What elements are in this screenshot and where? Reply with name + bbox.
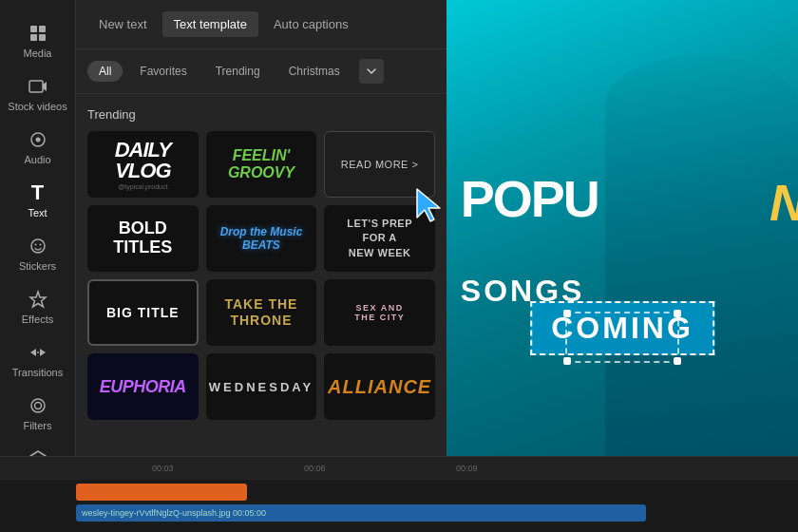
template-drop-beats[interactable]: Drop the MusicBEATS	[206, 205, 317, 272]
tab-auto-captions[interactable]: Auto captions	[262, 11, 360, 37]
timeline-clip-main[interactable]	[76, 484, 247, 501]
templates-content: Trending DAILY VLOG @typical.product FEE…	[76, 94, 446, 456]
sidebar-item-media[interactable]: Media	[0, 13, 75, 66]
svg-marker-10	[30, 292, 46, 307]
svg-point-12	[31, 399, 45, 412]
person-silhouette	[605, 55, 799, 456]
timeline-clip-image[interactable]: wesley-tingey-rVvtlfNglzQ-unsplash.jpg 0…	[76, 504, 646, 522]
drop-beats-text: Drop the MusicBEATS	[220, 225, 303, 253]
svg-point-6	[35, 138, 40, 142]
audio-icon	[28, 129, 48, 150]
svg-point-7	[31, 239, 45, 253]
feelin-groovy-text: FEELIN'GROOVY	[228, 147, 294, 180]
big-title-text: BIG TITLE	[106, 305, 180, 320]
svg-rect-1	[39, 26, 46, 32]
sidebar-label-transitions: Transitions	[12, 367, 63, 378]
sidebar-label-audio: Audio	[24, 154, 50, 165]
template-take-throne[interactable]: TAKE THETHRONE	[206, 279, 317, 346]
sidebar-label-media: Media	[24, 48, 52, 59]
media-icon	[28, 23, 48, 44]
svg-rect-4	[29, 81, 43, 92]
template-big-title[interactable]: BIG TITLE	[87, 279, 199, 346]
timeline-marker-2: 00:06	[304, 464, 326, 473]
svg-rect-0	[30, 26, 37, 32]
alliance-text: ALLIANCE	[328, 376, 431, 398]
timeline-marker-3: 00:09	[456, 464, 478, 473]
filter-more-button[interactable]	[359, 59, 384, 84]
sidebar-item-stickers[interactable]: Stickers	[0, 226, 75, 279]
sidebar: Media Stock videos Audio T Text	[0, 0, 76, 532]
daily-vlog-subtext: @typical.product	[118, 183, 167, 190]
preview-text-ni: N	[770, 173, 798, 232]
sidebar-item-transitions[interactable]: Transitions	[0, 332, 75, 386]
text-template-panel: New text Text template Auto captions All…	[76, 0, 446, 456]
template-euphoria[interactable]: EUPHORIA	[87, 353, 199, 420]
svg-rect-3	[39, 34, 46, 41]
sidebar-item-stock-videos[interactable]: Stock videos	[0, 66, 75, 120]
filter-bar: All Favorites Trending Christmas	[76, 49, 446, 94]
coming-box[interactable]: COMING	[530, 301, 714, 355]
template-wednesday[interactable]: WEDNESDAY	[206, 353, 317, 420]
sidebar-item-audio[interactable]: Audio	[0, 120, 75, 173]
preview-background: POPU SONGS N COMING	[446, 0, 798, 456]
bold-titles-text: BOLDTITLES	[113, 219, 172, 257]
effects-icon	[28, 289, 48, 310]
stock-videos-icon	[28, 76, 48, 97]
svg-point-13	[34, 403, 41, 409]
preview-text-popu: POPU	[461, 173, 598, 224]
preview-area: POPU SONGS N COMING	[446, 0, 798, 456]
tab-text-template[interactable]: Text template	[162, 11, 258, 37]
sidebar-item-effects[interactable]: Effects	[0, 279, 75, 332]
filter-all[interactable]: All	[87, 61, 123, 82]
svg-point-8	[34, 244, 36, 246]
filter-favorites[interactable]: Favorites	[128, 61, 198, 82]
tab-bar: New text Text template Auto captions	[76, 0, 446, 49]
daily-vlog-line2: VLOG	[115, 161, 170, 181]
filters-icon	[28, 395, 48, 416]
timeline-marker-1: 00:03	[152, 464, 174, 473]
wednesday-text: WEDNESDAY	[209, 380, 314, 394]
timeline-tracks: wesley-tingey-rVvtlfNglzQ-unsplash.jpg 0…	[0, 480, 798, 532]
template-daily-vlog[interactable]: DAILY VLOG @typical.product	[87, 131, 199, 198]
sidebar-item-text[interactable]: T Text	[0, 173, 75, 226]
coming-text: COMING	[551, 311, 694, 345]
text-icon: T	[28, 182, 48, 203]
svg-rect-2	[30, 34, 37, 41]
template-feelin-groovy[interactable]: FEELIN'GROOVY	[206, 131, 317, 198]
section-trending-title: Trending	[87, 107, 435, 122]
transitions-icon	[28, 342, 48, 363]
timeline: 00:03 00:06 00:09 wesley-tingey-rVvtlfNg…	[0, 456, 798, 532]
euphoria-text: EUPHORIA	[100, 377, 186, 397]
sidebar-label-effects: Effects	[22, 314, 53, 325]
sidebar-label-stock: Stock videos	[8, 101, 66, 112]
read-more-text: READ MORE >	[341, 159, 419, 170]
sidebar-label-text: Text	[28, 207, 47, 218]
sex-city-text: SEX ANDTHE CITY	[354, 303, 405, 322]
templates-grid: DAILY VLOG @typical.product FEELIN'GROOV…	[87, 131, 435, 420]
lets-prep-text: LET'S PREPFOR ANEW WEEK	[347, 217, 412, 260]
stickers-icon	[28, 236, 48, 256]
daily-vlog-line1: DAILY	[115, 140, 171, 161]
timeline-ruler: 00:03 00:06 00:09	[0, 457, 798, 480]
filter-trending[interactable]: Trending	[204, 61, 272, 82]
tab-new-text[interactable]: New text	[87, 11, 159, 37]
filter-christmas[interactable]: Christmas	[277, 61, 352, 82]
sidebar-label-filters: Filters	[24, 420, 52, 431]
svg-point-9	[39, 244, 41, 246]
sidebar-item-filters[interactable]: Filters	[0, 386, 75, 439]
take-throne-text: TAKE THETHRONE	[225, 296, 298, 329]
template-bold-titles[interactable]: BOLDTITLES	[87, 205, 199, 272]
template-alliance[interactable]: ALLIANCE	[324, 353, 435, 420]
template-sex-city[interactable]: SEX ANDTHE CITY	[324, 279, 435, 346]
sidebar-label-stickers: Stickers	[19, 260, 56, 272]
clip-label: wesley-tingey-rVvtlfNglzQ-unsplash.jpg 0…	[82, 508, 266, 518]
